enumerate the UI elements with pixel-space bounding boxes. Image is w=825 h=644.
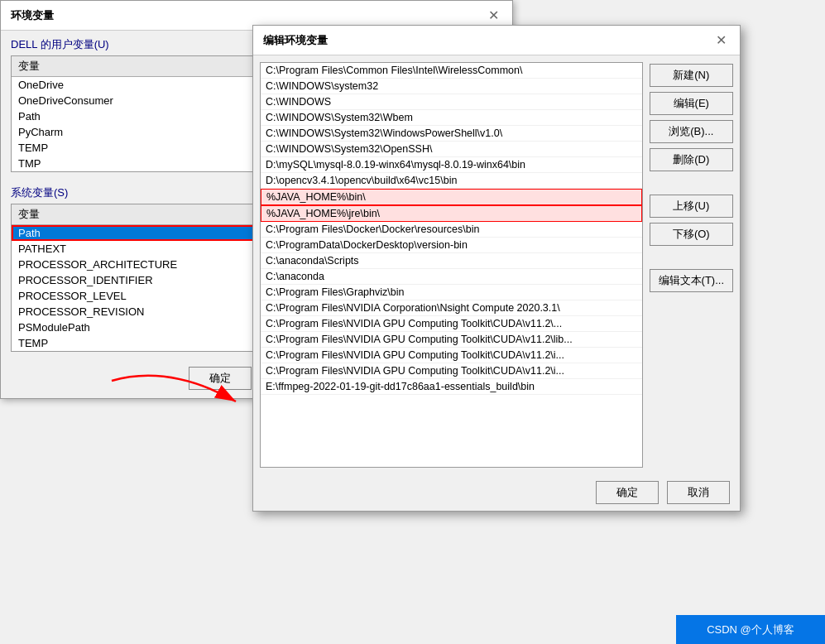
edit-dialog-content: C:\Program Files\Common Files\Intel\Wire… bbox=[253, 55, 740, 474]
csdn-watermark: CSDN @个人博客 bbox=[676, 615, 825, 644]
list-item[interactable]: D:\opencv3.4.1\opencv\build\x64\vc15\bin bbox=[261, 173, 642, 189]
list-item[interactable]: C:\WINDOWS\system32 bbox=[261, 79, 642, 94]
csdn-label: CSDN @个人博客 bbox=[707, 622, 794, 637]
list-item[interactable]: C:\Program Files\NVIDIA GPU Computing To… bbox=[261, 332, 642, 348]
edit-dialog-title: 编辑环境变量 bbox=[263, 33, 328, 48]
edit-text-button[interactable]: 编辑文本(T)... bbox=[650, 269, 733, 292]
move-down-button[interactable]: 下移(O) bbox=[650, 223, 733, 246]
list-item[interactable]: C:\WINDOWS\System32\WindowsPowerShell\v1… bbox=[261, 126, 642, 142]
env-dialog-title: 环境变量 bbox=[11, 8, 54, 23]
edit-button[interactable]: 编辑(E) bbox=[650, 92, 733, 115]
list-item[interactable]: E:\ffmpeg-2022-01-19-git-dd17c86aa1-esse… bbox=[261, 379, 642, 395]
delete-button[interactable]: 删除(D) bbox=[650, 148, 733, 171]
side-buttons-panel: 新建(N) 编辑(E) 浏览(B)... 删除(D) 上移(U) 下移(O) 编… bbox=[650, 62, 733, 468]
env-ok-button[interactable]: 确定 bbox=[189, 367, 252, 390]
env-dialog-close[interactable]: ✕ bbox=[485, 7, 502, 23]
edit-dialog-footer: 确定 取消 bbox=[253, 474, 740, 511]
edit-cancel-button[interactable]: 取消 bbox=[667, 481, 730, 504]
list-item[interactable]: %JAVA_HOME%\jre\bin\ bbox=[261, 205, 642, 222]
list-item[interactable]: C:\WINDOWS bbox=[261, 94, 642, 110]
list-item[interactable]: C:\ProgramData\DockerDesktop\version-bin bbox=[261, 238, 642, 253]
path-list-container[interactable]: C:\Program Files\Common Files\Intel\Wire… bbox=[260, 62, 643, 468]
move-up-button[interactable]: 上移(U) bbox=[650, 195, 733, 218]
list-item[interactable]: C:\WINDOWS\System32\OpenSSH\ bbox=[261, 142, 642, 157]
list-item[interactable]: C:\Program Files\Graphviz\bin bbox=[261, 285, 642, 300]
edit-env-dialog: 编辑环境变量 ✕ C:\Program Files\Common Files\I… bbox=[252, 25, 741, 512]
list-item[interactable]: C:\Program Files\Common Files\Intel\Wire… bbox=[261, 63, 642, 79]
list-item[interactable]: C:\anaconda bbox=[261, 269, 642, 285]
browse-button[interactable]: 浏览(B)... bbox=[650, 120, 733, 143]
edit-dialog-titlebar: 编辑环境变量 ✕ bbox=[253, 26, 740, 55]
edit-ok-button[interactable]: 确定 bbox=[596, 481, 659, 504]
path-list: C:\Program Files\Common Files\Intel\Wire… bbox=[261, 63, 642, 395]
list-item[interactable]: C:\Program Files\NVIDIA Corporation\Nsig… bbox=[261, 300, 642, 316]
edit-dialog-close[interactable]: ✕ bbox=[712, 32, 730, 48]
list-item[interactable]: C:\Program Files\NVIDIA GPU Computing To… bbox=[261, 316, 642, 332]
list-item[interactable]: C:\anaconda\Scripts bbox=[261, 253, 642, 269]
list-item[interactable]: %JAVA_HOME%\bin\ bbox=[261, 189, 642, 205]
list-item[interactable]: C:\Program Files\NVIDIA GPU Computing To… bbox=[261, 348, 642, 363]
new-button[interactable]: 新建(N) bbox=[650, 64, 733, 87]
list-item[interactable]: C:\Program Files\NVIDIA GPU Computing To… bbox=[261, 363, 642, 379]
list-item[interactable]: D:\mySQL\mysql-8.0.19-winx64\mysql-8.0.1… bbox=[261, 157, 642, 173]
list-item[interactable]: C:\WINDOWS\System32\Wbem bbox=[261, 110, 642, 126]
list-item[interactable]: C:\Program Files\Docker\Docker\resources… bbox=[261, 222, 642, 238]
